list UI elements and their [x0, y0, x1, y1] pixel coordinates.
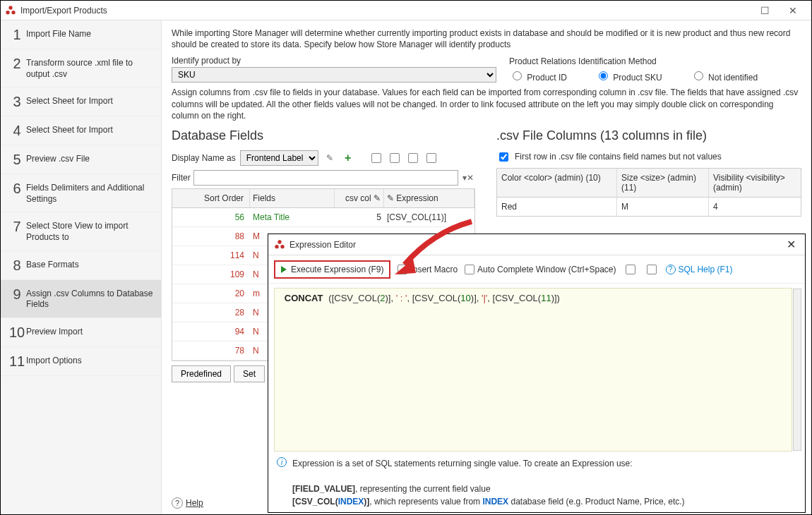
- identify-by-select[interactable]: SKU: [172, 67, 496, 83]
- help-icon: ?: [172, 497, 183, 509]
- step-number: 10: [8, 325, 26, 339]
- wizard-step-10[interactable]: 10Preview Import: [1, 318, 161, 347]
- first-row-checkbox[interactable]: [499, 152, 508, 162]
- wizard-step-8[interactable]: 8Base Formats: [1, 251, 161, 280]
- step-number: 5: [8, 152, 26, 166]
- ee-close-button[interactable]: ✕: [782, 238, 799, 251]
- col-csvcol[interactable]: csv col ✎: [335, 189, 384, 207]
- col-fields[interactable]: Fields: [250, 189, 335, 207]
- window-title: Import/Export Products: [20, 6, 751, 16]
- dbfields-heading: Database Fields: [172, 128, 475, 143]
- window-close-button[interactable]: ✕: [779, 5, 807, 16]
- edit-icon[interactable]: ✎: [323, 151, 337, 165]
- cell-sort-order: 94: [172, 325, 250, 338]
- wizard-step-11[interactable]: 11Import Options: [1, 347, 161, 376]
- svg-point-1: [6, 11, 9, 14]
- svg-point-5: [280, 245, 284, 248]
- csv-col-header-3[interactable]: Visibility <visibility> (admin): [709, 169, 801, 197]
- ee-toolbar-icon-1[interactable]: [623, 262, 638, 277]
- csv-col-header-1[interactable]: Color <color> (admin) (10): [497, 169, 617, 197]
- step-label: Preview .csv File: [26, 152, 154, 165]
- display-name-as-label: Display Name as: [172, 153, 236, 163]
- toolbar-icon-3[interactable]: [406, 151, 420, 165]
- code-scrollbar[interactable]: [793, 289, 801, 451]
- ee-info-text: i Expression is a set of SQL statements …: [268, 456, 805, 512]
- insert-macro-button[interactable]: Insert Macro: [398, 265, 458, 274]
- wizard-step-2[interactable]: 2Transform source .xml file to output .c…: [1, 49, 161, 87]
- wizard-step-6[interactable]: 6Fields Delimiters and Additional Settin…: [1, 174, 161, 212]
- step-label: Select Store View to import Products to: [26, 219, 154, 243]
- svg-point-3: [277, 240, 281, 243]
- filter-clear-icon[interactable]: ▾✕: [461, 171, 475, 185]
- wizard-step-3[interactable]: 3Select Sheet for Import: [1, 87, 161, 116]
- col-sort-order[interactable]: Sort Order: [172, 189, 250, 207]
- app-logo-icon: [5, 5, 16, 16]
- first-row-checkbox-row[interactable]: First row in .csv file contains field na…: [496, 150, 801, 164]
- ee-toolbar-icon-2[interactable]: [645, 262, 659, 277]
- ee-title: Expression Editor: [289, 240, 782, 250]
- info-icon: i: [277, 457, 287, 467]
- csv-cell: M: [617, 198, 709, 216]
- step-number: 11: [8, 354, 26, 368]
- toolbar-icon-2[interactable]: [388, 151, 402, 165]
- svg-point-2: [11, 11, 15, 14]
- relation-option-pnone[interactable]: Not identified: [691, 69, 758, 83]
- expression-code-area[interactable]: CONCAT ([CSV_COL(2)], ' : ', [CSV_COL(10…: [274, 288, 792, 452]
- step-number: 1: [8, 28, 26, 42]
- cell-sort-order: 28: [172, 306, 250, 319]
- filter-input[interactable]: [193, 170, 458, 186]
- step-label: Select Sheet for Import: [26, 95, 154, 107]
- relation-option-pid[interactable]: Product ID: [509, 69, 567, 83]
- step-number: 9: [8, 287, 26, 301]
- cell-sort-order: 20: [172, 287, 250, 300]
- cell-expression: [CSV_COL(11)]: [384, 211, 474, 224]
- execute-expression-button[interactable]: Execute Expression (F9): [274, 260, 390, 279]
- wizard-step-1[interactable]: 1Import File Name: [1, 20, 161, 49]
- step-number: 8: [8, 258, 26, 272]
- relation-option-psku[interactable]: Product SKU: [595, 69, 662, 83]
- csv-col-header-2[interactable]: Size <size> (admin) (11): [617, 169, 709, 197]
- identify-by-label: Identify product by: [172, 56, 496, 66]
- wizard-step-4[interactable]: 4Select Sheet for Import: [1, 116, 161, 145]
- relation-radio[interactable]: [599, 71, 608, 80]
- assign-instructions: Assign columns from .csv file to fields …: [172, 87, 801, 121]
- csvcols-heading: .csv File Columns (13 columns in file): [496, 128, 801, 143]
- relation-radio[interactable]: [513, 71, 522, 80]
- csv-cell: 4: [709, 198, 801, 216]
- autocomplete-button[interactable]: Auto Complete Window (Ctrl+Space): [465, 265, 616, 274]
- step-label: Import Options: [26, 354, 154, 367]
- predefined-button[interactable]: Predefined: [172, 365, 231, 382]
- grid-row[interactable]: 56Meta Title5[CSV_COL(11)]: [172, 208, 474, 227]
- step-label: Transform source .xml file to output .cs…: [26, 56, 154, 80]
- svg-point-4: [275, 245, 278, 248]
- step-number: 7: [8, 219, 26, 234]
- wizard-sidebar: 1Import File Name2Transform source .xml …: [1, 20, 162, 514]
- wizard-step-9[interactable]: 9Assign .csv Columns to Database Fields: [1, 280, 161, 318]
- sql-help-button[interactable]: ?SQL Help (F1): [666, 265, 733, 274]
- svg-point-0: [8, 6, 12, 9]
- autocomplete-icon: [465, 265, 474, 274]
- relation-radio[interactable]: [694, 71, 703, 80]
- cell-sort-order: 114: [172, 249, 250, 262]
- wizard-step-7[interactable]: 7Select Store View to import Products to: [1, 212, 161, 250]
- cell-sort-order: 109: [172, 268, 250, 281]
- add-icon[interactable]: +: [341, 151, 355, 165]
- step-label: Assign .csv Columns to Database Fields: [26, 287, 154, 310]
- macro-icon: [398, 265, 407, 274]
- col-expression[interactable]: ✎ Expression: [384, 189, 474, 207]
- help-link[interactable]: ? Help: [172, 497, 203, 509]
- filter-label: Filter: [172, 173, 191, 183]
- csv-cell: Red: [497, 198, 617, 216]
- intro-text: While importing Store Manager will deter…: [172, 28, 801, 50]
- set-button[interactable]: Set: [234, 365, 265, 382]
- step-label: Import File Name: [26, 28, 154, 40]
- relations-header: Product Relations Identification Method: [509, 56, 801, 66]
- toolbar-icon-1[interactable]: [369, 151, 383, 165]
- cell-sort-order: 88: [172, 230, 250, 243]
- step-number: 3: [8, 95, 26, 109]
- step-label: Select Sheet for Import: [26, 123, 154, 136]
- wizard-step-5[interactable]: 5Preview .csv File: [1, 145, 161, 174]
- window-maximize-button[interactable]: ☐: [751, 5, 779, 16]
- toolbar-icon-4[interactable]: [424, 151, 438, 165]
- display-name-as-select[interactable]: Frontend Label: [240, 150, 318, 166]
